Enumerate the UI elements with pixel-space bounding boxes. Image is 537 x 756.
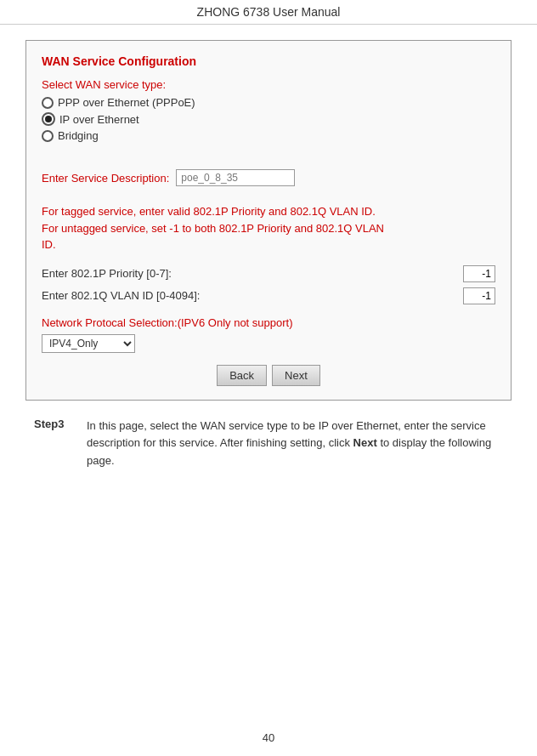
- pppoe-label: PPP over Ethernet (PPPoE): [58, 96, 195, 109]
- proto-select[interactable]: IPV4_Only: [42, 334, 135, 353]
- button-row: Back Next: [42, 365, 495, 386]
- next-button[interactable]: Next: [272, 365, 320, 386]
- bridging-option[interactable]: Bridging: [42, 129, 495, 142]
- vlan-input[interactable]: [463, 287, 495, 304]
- page-number: 40: [0, 731, 537, 744]
- priority-input[interactable]: [463, 265, 495, 282]
- priority-label: Enter 802.1P Priority [0-7]:: [42, 267, 455, 280]
- step-text: In this page, select the WAN service typ…: [87, 418, 503, 470]
- step-section: Step3 In this page, select the WAN servi…: [25, 418, 512, 470]
- vlan-label: Enter 802.1Q VLAN ID [0-4094]:: [42, 289, 455, 302]
- back-button[interactable]: Back: [217, 365, 267, 386]
- service-desc-input[interactable]: [176, 169, 295, 186]
- ip-ethernet-option[interactable]: IP over Ethernet: [42, 112, 495, 126]
- next-link-inline: Next: [353, 436, 377, 449]
- ip-ethernet-label: IP over Ethernet: [59, 113, 139, 126]
- page-title: ZHONG 6738 User Manual: [0, 0, 537, 25]
- select-wan-label: Select WAN service type:: [42, 78, 495, 91]
- ip-ethernet-radio[interactable]: [42, 112, 55, 126]
- service-desc-label: Enter Service Description:: [42, 172, 169, 185]
- bridging-label: Bridging: [58, 129, 99, 142]
- priority-vlan-grid: Enter 802.1P Priority [0-7]: Enter 802.1…: [42, 265, 495, 304]
- wan-config-panel: WAN Service Configuration Select WAN ser…: [25, 40, 512, 401]
- panel-title: WAN Service Configuration: [42, 54, 495, 68]
- network-proto-label: Network Protocal Selection:(IPV6 Only no…: [42, 316, 495, 329]
- pppoe-radio[interactable]: [42, 97, 54, 109]
- pppoe-option[interactable]: PPP over Ethernet (PPPoE): [42, 96, 495, 109]
- proto-select-row: IPV4_Only: [42, 334, 495, 353]
- step-label: Step3: [34, 418, 75, 470]
- bridging-radio[interactable]: [42, 130, 54, 142]
- tagged-info: For tagged service, enter valid 802.1P P…: [42, 203, 495, 253]
- service-desc-row: Enter Service Description:: [42, 169, 495, 186]
